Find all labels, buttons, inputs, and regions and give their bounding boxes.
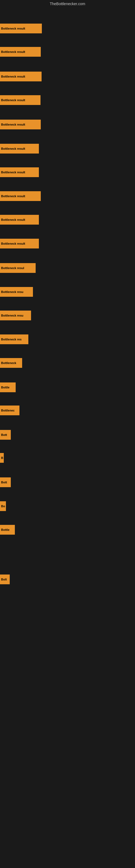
bar-row-11: Bottleneck resul: [0, 262, 135, 273]
bar-label-21: Bo: [1, 504, 5, 508]
bar-label-8: Bottleneck result: [1, 194, 25, 198]
bottleneck-bar-10[interactable]: Bottleneck result: [0, 239, 39, 248]
bottleneck-bar-4[interactable]: Bottleneck result: [0, 95, 41, 105]
bottleneck-bar-3[interactable]: Bottleneck result: [0, 72, 42, 82]
bottleneck-bar-22[interactable]: Bottle: [0, 525, 15, 535]
bar-label-19: B: [1, 456, 3, 460]
bar-label-4: Bottleneck result: [1, 98, 25, 102]
bar-row-19: B: [0, 453, 135, 463]
bar-row-15: Bottleneck: [0, 358, 135, 368]
bar-row-13: Bottleneck resu: [0, 310, 135, 321]
bottleneck-bar-8[interactable]: Bottleneck result: [0, 191, 41, 201]
bar-row-4: Bottleneck result: [0, 95, 135, 105]
bar-row-23: Bolt: [0, 574, 135, 585]
bar-row-17: Bottlenec: [0, 405, 135, 416]
bar-row-7: Bottleneck result: [0, 167, 135, 178]
bottleneck-bar-23[interactable]: Bolt: [0, 575, 10, 584]
bar-label-11: Bottleneck resul: [1, 267, 24, 270]
bar-label-5: Bottleneck result: [1, 123, 25, 126]
bar-row-1: Bottleneck result: [0, 23, 135, 34]
bar-label-13: Bottleneck resu: [1, 314, 24, 317]
bar-row-5: Bottleneck result: [0, 119, 135, 130]
bar-label-3: Bottleneck result: [1, 75, 25, 78]
bar-label-1: Bottleneck result: [1, 27, 25, 30]
bottleneck-bar-20[interactable]: Bott: [0, 477, 11, 487]
bar-row-20: Bott: [0, 477, 135, 488]
bar-row-16: Bottle: [0, 382, 135, 393]
bar-label-15: Bottleneck: [1, 361, 16, 365]
bar-row-6: Bottleneck result: [0, 143, 135, 154]
bar-label-6: Bottleneck result: [1, 147, 25, 150]
bottleneck-bar-11[interactable]: Bottleneck resul: [0, 263, 36, 273]
bar-label-22: Bottle: [1, 528, 9, 531]
bar-row-2: Bottleneck result: [0, 46, 135, 57]
bar-row-8: Bottleneck result: [0, 191, 135, 202]
bar-label-10: Bottleneck result: [1, 242, 25, 245]
bottleneck-bar-21[interactable]: Bo: [0, 501, 6, 511]
bar-row-22: Bottle: [0, 524, 135, 535]
bar-row-18: Bott: [0, 429, 135, 440]
bar-label-18: Bott: [1, 433, 7, 436]
bar-label-17: Bottlenec: [1, 409, 14, 412]
bottleneck-bar-15[interactable]: Bottleneck: [0, 358, 22, 368]
bottleneck-bar-6[interactable]: Bottleneck result: [0, 144, 39, 154]
bar-label-9: Bottleneck result: [1, 218, 25, 221]
bottleneck-bar-14[interactable]: Bottleneck res: [0, 335, 28, 344]
bottleneck-bar-12[interactable]: Bottleneck resu: [0, 287, 33, 297]
bottleneck-bar-5[interactable]: Bottleneck result: [0, 120, 41, 129]
bar-label-23: Bolt: [1, 578, 7, 581]
bar-row-10: Bottleneck result: [0, 238, 135, 249]
bar-label-2: Bottleneck result: [1, 50, 25, 54]
bar-label-14: Bottleneck res: [1, 338, 21, 341]
bar-row-14: Bottleneck res: [0, 334, 135, 345]
bottleneck-bar-18[interactable]: Bott: [0, 430, 11, 440]
bottleneck-bar-9[interactable]: Bottleneck result: [0, 215, 39, 225]
bottleneck-bar-2[interactable]: Bottleneck result: [0, 47, 41, 57]
bottleneck-bar-16[interactable]: Bottle: [0, 382, 16, 392]
bottleneck-bar-17[interactable]: Bottlenec: [0, 405, 19, 415]
bottleneck-bar-1[interactable]: Bottleneck result: [0, 24, 42, 33]
bottleneck-bar-19[interactable]: B: [0, 453, 4, 463]
bars-container: Bottleneck resultBottleneck resultBottle…: [0, 8, 135, 868]
bottleneck-bar-13[interactable]: Bottleneck resu: [0, 311, 31, 320]
bar-label-7: Bottleneck result: [1, 170, 25, 174]
bar-row-12: Bottleneck resu: [0, 286, 135, 297]
bar-label-16: Bottle: [1, 386, 9, 389]
bar-row-3: Bottleneck result: [0, 71, 135, 82]
bar-row-9: Bottleneck result: [0, 214, 135, 225]
bar-label-20: Bott: [1, 480, 7, 484]
bar-row-21: Bo: [0, 501, 135, 512]
bar-label-12: Bottleneck resu: [1, 290, 24, 293]
site-title: TheBottlenecker.com: [0, 0, 135, 8]
bottleneck-bar-7[interactable]: Bottleneck result: [0, 167, 39, 177]
